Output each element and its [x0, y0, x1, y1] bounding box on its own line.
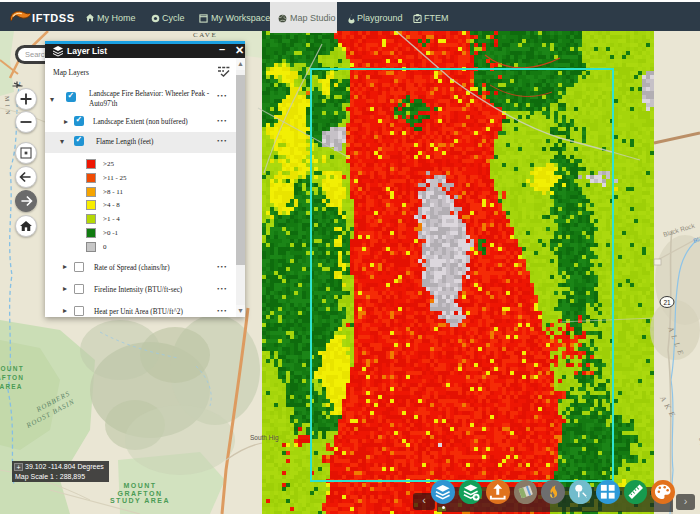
svg-text:M I N: M I N: [4, 96, 11, 116]
svg-text:21: 21: [663, 299, 671, 306]
svg-text:South Hig: South Hig: [250, 434, 279, 442]
svg-text:MOUNT: MOUNT: [123, 482, 156, 489]
svg-text:)Y AREA: )Y AREA: [0, 383, 23, 391]
svg-text:STUDY AREA: STUDY AREA: [110, 497, 170, 504]
svg-text:MOUNT: MOUNT: [0, 365, 24, 372]
svg-text:GRAFTON: GRAFTON: [118, 490, 163, 497]
svg-text:RAFTON: RAFTON: [0, 374, 24, 381]
